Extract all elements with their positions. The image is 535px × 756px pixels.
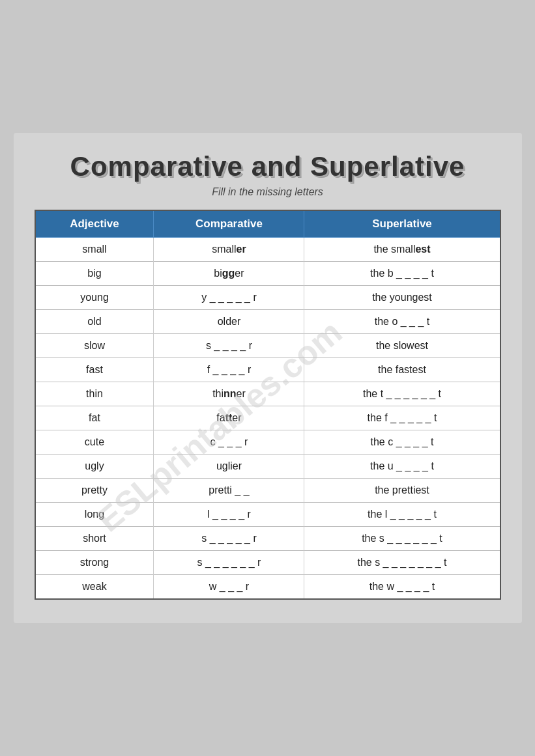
adjective-cell: thin [35,382,154,406]
table-row: weakw _ _ _ rthe w _ _ _ _ t [35,575,500,600]
comparative-cell: thinner [154,382,304,406]
comparative-cell: pretti _ _ [154,479,304,503]
comparative-cell: bigger [154,262,304,286]
table-row: oldolderthe o _ _ _ t [35,310,500,334]
comparative-cell: f _ _ _ _ r [154,358,304,382]
table-row: slows _ _ _ _ rthe slowest [35,334,500,358]
superlative-cell: the b _ _ _ _ t [304,262,500,286]
grammar-table: Adjective Comparative Superlative smalls… [35,210,501,600]
superlative-cell: the prettiest [304,479,500,503]
adjective-cell: slow [35,334,154,358]
superlative-cell: the l _ _ _ _ _ t [304,503,500,527]
comparative-cell: smaller [154,238,304,262]
header-superlative: Superlative [304,210,500,238]
table-row: youngy _ _ _ _ _ rthe youngest [35,286,500,310]
comparative-cell: s _ _ _ _ _ r [154,527,304,551]
comparative-cell: older [154,310,304,334]
superlative-cell: the w _ _ _ _ t [304,575,500,600]
page-subtitle: Fill in the missing letters [35,186,501,198]
adjective-cell: pretty [35,479,154,503]
superlative-cell: the slowest [304,334,500,358]
adjective-cell: fat [35,406,154,430]
page-title: Comparative and Superlative [35,151,501,182]
adjective-cell: short [35,527,154,551]
comparative-cell: fatter [154,406,304,430]
header-comparative: Comparative [154,210,304,238]
superlative-cell: the s _ _ _ _ _ _ t [304,527,500,551]
table-row: uglyuglierthe u _ _ _ _ t [35,455,500,479]
table-row: smallsmallerthe smallest [35,238,500,262]
superlative-cell: the c _ _ _ _ t [304,430,500,455]
superlative-cell: the s _ _ _ _ _ _ _ t [304,551,500,575]
adjective-cell: big [35,262,154,286]
superlative-cell: the fastest [304,358,500,382]
table-row: thinthinnerthe t _ _ _ _ _ _ t [35,382,500,406]
superlative-cell: the o _ _ _ t [304,310,500,334]
table-row: fatfatterthe f _ _ _ _ _ t [35,406,500,430]
comparative-cell: c _ _ _ r [154,430,304,455]
table-row: prettypretti _ _the prettiest [35,479,500,503]
comparative-cell: y _ _ _ _ _ r [154,286,304,310]
superlative-cell: the u _ _ _ _ t [304,455,500,479]
adjective-cell: cute [35,430,154,455]
superlative-cell: the youngest [304,286,500,310]
header-adjective: Adjective [35,210,154,238]
adjective-cell: weak [35,575,154,600]
table-row: longl _ _ _ _ rthe l _ _ _ _ _ t [35,503,500,527]
superlative-cell: the smallest [304,238,500,262]
adjective-cell: strong [35,551,154,575]
superlative-cell: the t _ _ _ _ _ _ t [304,382,500,406]
table-row: strongs _ _ _ _ _ _ rthe s _ _ _ _ _ _ _… [35,551,500,575]
adjective-cell: ugly [35,455,154,479]
adjective-cell: small [35,238,154,262]
comparative-cell: w _ _ _ r [154,575,304,600]
adjective-cell: young [35,286,154,310]
comparative-cell: uglier [154,455,304,479]
comparative-cell: s _ _ _ _ r [154,334,304,358]
table-row: cutec _ _ _ rthe c _ _ _ _ t [35,430,500,455]
superlative-cell: the f _ _ _ _ _ t [304,406,500,430]
table-row: fastf _ _ _ _ rthe fastest [35,358,500,382]
adjective-cell: fast [35,358,154,382]
comparative-cell: l _ _ _ _ r [154,503,304,527]
adjective-cell: long [35,503,154,527]
table-row: bigbiggerthe b _ _ _ _ t [35,262,500,286]
comparative-cell: s _ _ _ _ _ _ r [154,551,304,575]
adjective-cell: old [35,310,154,334]
table-row: shorts _ _ _ _ _ rthe s _ _ _ _ _ _ t [35,527,500,551]
